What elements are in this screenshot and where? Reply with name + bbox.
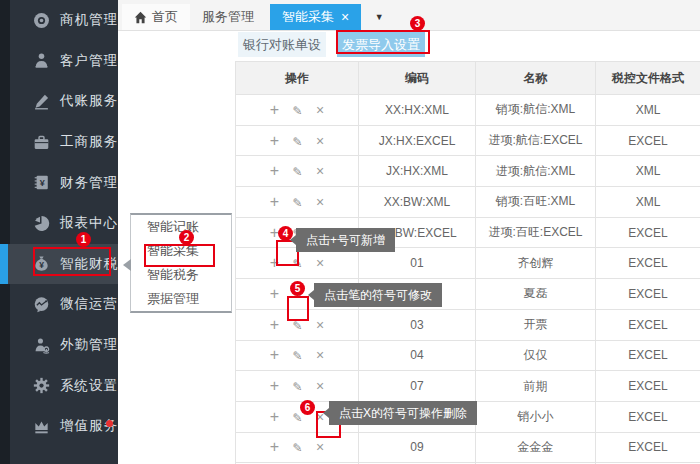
add-icon[interactable]: + xyxy=(270,224,279,242)
edit-icon[interactable]: ✎ xyxy=(293,257,303,271)
name-cell: 销项:百旺:XML xyxy=(476,187,596,218)
add-icon[interactable]: + xyxy=(270,254,279,272)
edit-icon[interactable]: ✎ xyxy=(293,380,303,394)
add-icon[interactable]: + xyxy=(270,162,279,180)
sidebar-item-label: 微信运营 xyxy=(60,295,118,313)
submenu-item-smart-tax[interactable]: 智能税务 xyxy=(131,263,231,287)
format-cell: XML xyxy=(596,187,700,218)
add-icon[interactable]: + xyxy=(270,132,279,150)
pencil-icon xyxy=(32,92,50,110)
sidebar-item[interactable]: 微信运营 xyxy=(0,284,118,325)
sidebar-item[interactable]: 代账服务 xyxy=(0,81,118,122)
delete-icon[interactable]: × xyxy=(316,255,324,271)
sidebar-item[interactable]: 客户管理 xyxy=(0,41,118,82)
edit-icon[interactable]: ✎ xyxy=(293,288,303,302)
format-cell: EXCEL xyxy=(596,401,700,432)
add-icon[interactable]: + xyxy=(270,377,279,395)
tab-smart-collection[interactable]: 智能采集 × xyxy=(270,4,361,30)
add-icon[interactable]: + xyxy=(270,346,279,364)
code-cell: 07 xyxy=(359,371,476,402)
wechat-icon xyxy=(32,295,50,313)
sidebar-item[interactable]: 外勤管理 xyxy=(0,325,118,366)
name-cell: 进项:百旺:EXCEL xyxy=(476,217,596,248)
tab-service-management[interactable]: 服务管理 xyxy=(190,4,266,30)
add-icon[interactable]: + xyxy=(270,316,279,334)
name-cell: 齐创辉 xyxy=(476,248,596,279)
app-window: 商机管理 客户管理 代账服务 工商服务 ¥ 财务管理 报表中心 ¥ 智能财税 微… xyxy=(0,0,700,464)
edit-icon[interactable]: ✎ xyxy=(293,165,303,179)
delete-icon[interactable]: × xyxy=(316,317,324,333)
top-tab-bar: 首页 服务管理 智能采集 × ▼ xyxy=(118,0,700,31)
header-operations: 操作 xyxy=(236,62,359,95)
edit-icon[interactable]: ✎ xyxy=(293,135,303,149)
sidebar-item[interactable]: 系统设置 xyxy=(0,365,118,406)
subtab-bank-statement-settings[interactable]: 银行对账单设置 xyxy=(238,32,326,57)
code-cell: 01 xyxy=(359,248,476,279)
tab-home[interactable]: 首页 xyxy=(122,4,190,30)
sidebar-item[interactable]: 工商服务 xyxy=(0,122,118,163)
sidebar-item-label: 财务管理 xyxy=(60,174,118,192)
tab-smart-collection-label: 智能采集 xyxy=(282,4,334,30)
submenu-item-smart-bookkeeping[interactable]: 智能记账 xyxy=(131,215,231,239)
add-icon[interactable]: + xyxy=(270,438,279,456)
format-cell: EXCEL xyxy=(596,217,700,248)
submenu-item-bill-management[interactable]: 票据管理 xyxy=(131,287,231,311)
name-cell: 夏磊 xyxy=(476,279,596,310)
delete-icon[interactable]: × xyxy=(316,163,324,179)
submenu-item-smart-collection[interactable]: 智能采集 xyxy=(131,239,231,263)
code-cell: JX:HX:EXCEL xyxy=(359,125,476,156)
delete-icon[interactable]: × xyxy=(316,378,324,394)
delete-icon[interactable]: × xyxy=(316,194,324,210)
table-row: + ✎ × XX:BW:XML 销项:百旺:XML XML xyxy=(236,187,700,218)
sidebar-item-label: 代账服务 xyxy=(60,92,118,110)
delete-icon[interactable]: × xyxy=(316,133,324,149)
table-row: + ✎ × 01 齐创辉 EXCEL xyxy=(236,248,700,279)
sidebar-item[interactable]: ¥ 财务管理 xyxy=(0,162,118,203)
submenu-arrow-icon xyxy=(123,259,131,271)
sidebar-item[interactable]: 商机管理 xyxy=(0,0,118,41)
sidebar-item-label: 工商服务 xyxy=(60,133,118,151)
table-row: + ✎ × 04 仅仅 EXCEL xyxy=(236,340,700,371)
close-icon[interactable]: × xyxy=(341,10,349,24)
sidebar-item-label: 商机管理 xyxy=(60,11,118,29)
tab-home-label: 首页 xyxy=(152,4,178,30)
operations-cell: + ✎ × xyxy=(236,309,359,340)
add-icon[interactable]: + xyxy=(270,101,279,119)
code-cell: XX:BW:XML xyxy=(359,187,476,218)
sidebar-item-label: 智能财税 xyxy=(60,255,118,273)
sidebar-item[interactable]: 报表中心 xyxy=(0,203,118,244)
format-cell: XML xyxy=(596,156,700,187)
sidebar: 商机管理 客户管理 代账服务 工商服务 ¥ 财务管理 报表中心 ¥ 智能财税 微… xyxy=(0,0,118,464)
target-icon xyxy=(32,11,50,29)
format-cell: XML xyxy=(596,95,700,126)
edit-icon[interactable]: ✎ xyxy=(293,104,303,118)
edit-icon[interactable]: ✎ xyxy=(293,411,303,425)
subtab-invoice-import-settings[interactable]: 发票导入设置 xyxy=(337,32,425,57)
delete-icon[interactable]: × xyxy=(316,439,324,455)
table-row: + ✎ × JX:HX:XML 进项:航信:XML XML xyxy=(236,156,700,187)
add-icon[interactable]: + xyxy=(270,193,279,211)
code-cell: 09 xyxy=(359,432,476,463)
delete-icon[interactable]: × xyxy=(316,347,324,363)
name-cell: 金金金 xyxy=(476,432,596,463)
operations-cell: + ✎ × xyxy=(236,187,359,218)
tab-dropdown-button[interactable]: ▼ xyxy=(369,7,389,27)
add-icon[interactable]: + xyxy=(270,408,279,426)
sidebar-item-label: 报表中心 xyxy=(60,214,118,232)
edit-icon[interactable]: ✎ xyxy=(293,441,303,455)
edit-icon[interactable]: ✎ xyxy=(293,196,303,210)
table-row: + ✎ × XX:HX:XML 销项:航信:XML XML xyxy=(236,95,700,126)
format-cell: EXCEL xyxy=(596,371,700,402)
operations-cell: + ✎ × xyxy=(236,248,359,279)
sidebar-item[interactable]: ¥ 智能财税 xyxy=(0,244,118,285)
add-icon[interactable]: + xyxy=(270,285,279,303)
edit-icon[interactable]: ✎ xyxy=(293,349,303,363)
sidebar-item[interactable]: 增值服务 xyxy=(0,406,118,447)
tooltip-add: 点击+号可新增 xyxy=(296,228,395,252)
operations-cell: + ✎ × xyxy=(236,95,359,126)
delete-icon[interactable]: × xyxy=(316,102,324,118)
svg-text:¥: ¥ xyxy=(39,260,44,270)
edit-icon[interactable]: ✎ xyxy=(293,319,303,333)
format-cell: EXCEL xyxy=(596,125,700,156)
name-cell: 进项:航信:EXCEL xyxy=(476,125,596,156)
